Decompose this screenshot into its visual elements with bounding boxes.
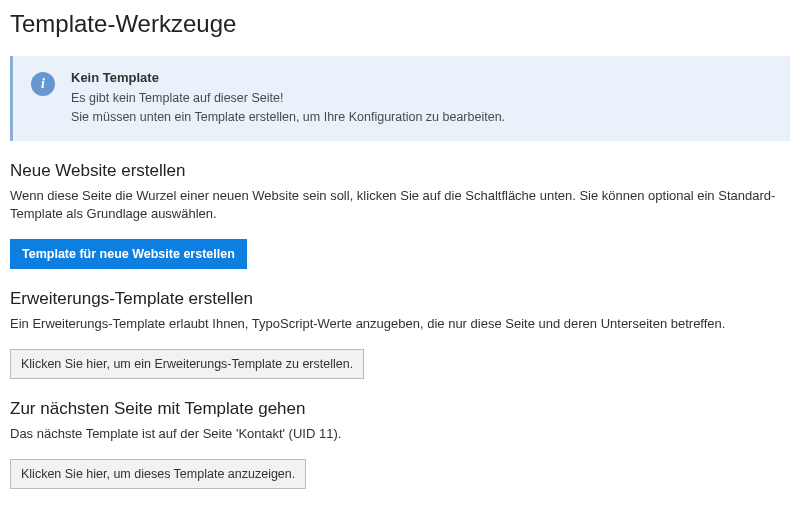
page-title: Template-Werkzeuge bbox=[10, 10, 790, 38]
info-callout: i Kein Template Es gibt kein Template au… bbox=[10, 56, 790, 141]
extension-template-text: Ein Erweiterungs-Template erlaubt Ihnen,… bbox=[10, 315, 790, 333]
info-icon: i bbox=[31, 72, 55, 96]
show-template-button[interactable]: Klicken Sie hier, um dieses Template anz… bbox=[10, 459, 306, 489]
extension-template-heading: Erweiterungs-Template erstellen bbox=[10, 289, 790, 309]
new-website-heading: Neue Website erstellen bbox=[10, 161, 790, 181]
create-website-template-button[interactable]: Template für neue Website erstellen bbox=[10, 239, 247, 269]
callout-line1: Es gibt kein Template auf dieser Seite! bbox=[71, 89, 776, 108]
goto-template-text: Das nächste Template ist auf der Seite '… bbox=[10, 425, 790, 443]
goto-template-heading: Zur nächsten Seite mit Template gehen bbox=[10, 399, 790, 419]
new-website-text: Wenn diese Seite die Wurzel einer neuen … bbox=[10, 187, 790, 223]
callout-title: Kein Template bbox=[71, 70, 776, 85]
create-extension-template-button[interactable]: Klicken Sie hier, um ein Erweiterungs-Te… bbox=[10, 349, 364, 379]
callout-line2: Sie müssen unten ein Template erstellen,… bbox=[71, 108, 776, 127]
